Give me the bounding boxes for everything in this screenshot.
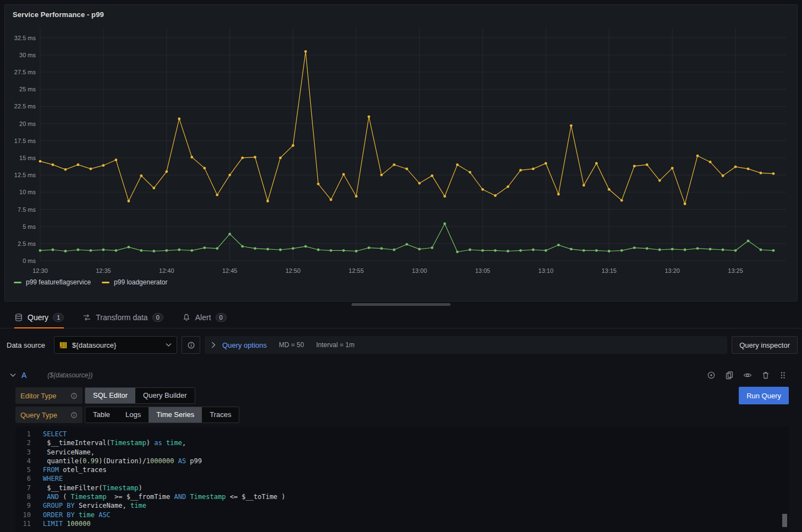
- legend-item[interactable]: p99 loadgenerator: [102, 278, 167, 286]
- editor-type-label-text: Editor Type: [20, 392, 57, 400]
- code-line[interactable]: 10ORDER BY time ASC: [15, 511, 789, 519]
- code-line[interactable]: 5FROM otel_traces: [15, 465, 789, 474]
- code-text: AND ( Timestamp >= $__fromTime AND Times…: [31, 492, 285, 501]
- sql-code-editor[interactable]: 1SELECT2 $__timeInterval(Timestamp) as t…: [15, 426, 789, 532]
- query-inspector-button[interactable]: Query inspector: [732, 336, 798, 354]
- chart-legend: p99 featureflagservicep99 loadgenerator: [5, 277, 797, 286]
- datasource-value: ${datasource}: [72, 341, 116, 349]
- tab-query[interactable]: Query 1: [13, 307, 65, 328]
- toggle-option-sql-editor[interactable]: SQL Editor: [85, 388, 135, 403]
- svg-text:27.5 ms: 27.5 ms: [14, 69, 36, 75]
- query-type-row: Query Type TableLogsTime SeriesTraces: [15, 407, 789, 423]
- tab-alert[interactable]: Alert 0: [181, 307, 228, 328]
- code-text: GROUP BY ServiceName, time: [31, 501, 146, 510]
- disable-query-icon[interactable]: [706, 370, 716, 380]
- duplicate-query-icon[interactable]: [724, 370, 734, 380]
- tab-transform-data[interactable]: Transform data 0: [81, 307, 164, 328]
- bell-icon: [182, 313, 191, 322]
- line-number: 4: [15, 457, 31, 465]
- query-editor: Editor Type SQL EditorQuery Builder Run …: [15, 387, 789, 532]
- code-line[interactable]: 4 quantile(0.99)(Duration)/1000000 AS p9…: [15, 457, 789, 465]
- toggle-option-time-series[interactable]: Time Series: [149, 407, 202, 423]
- query-actions: [706, 370, 792, 380]
- hide-response-icon[interactable]: [743, 370, 752, 380]
- svg-text:12:30: 12:30: [32, 267, 48, 274]
- tab-label: Alert: [195, 313, 211, 322]
- svg-text:13:10: 13:10: [539, 267, 554, 274]
- info-icon[interactable]: [70, 392, 78, 399]
- query-toolbar: Data source ${datasource} Query options …: [4, 336, 798, 354]
- code-text: $__timeFilter(Timestamp): [31, 484, 142, 492]
- panel-title: Service Performance - p99: [5, 5, 797, 20]
- line-number: 10: [15, 511, 31, 519]
- code-line[interactable]: 11LIMIT 100000: [15, 519, 789, 528]
- help-icon: [187, 341, 195, 349]
- code-line[interactable]: 6WHERE: [15, 474, 789, 483]
- clickhouse-datasource-icon: [59, 341, 68, 349]
- code-line[interactable]: 1SELECT: [15, 430, 789, 438]
- code-line[interactable]: 7 $__timeFilter(Timestamp): [15, 484, 789, 492]
- info-icon[interactable]: [70, 412, 78, 419]
- query-options-label[interactable]: Query options: [222, 341, 267, 349]
- svg-text:12.5 ms: 12.5 ms: [14, 172, 36, 178]
- collapse-chevron-icon[interactable]: [10, 373, 16, 377]
- legend-series-swatch: [102, 282, 109, 283]
- svg-text:17.5 ms: 17.5 ms: [14, 138, 36, 144]
- editor-scrollbar[interactable]: [782, 514, 787, 527]
- line-number: 1: [15, 430, 31, 438]
- code-text: LIMIT 100000: [31, 519, 91, 528]
- remove-query-icon[interactable]: [761, 370, 771, 380]
- svg-text:13:15: 13:15: [601, 267, 617, 274]
- svg-text:12:35: 12:35: [96, 267, 111, 274]
- line-number: 7: [15, 484, 31, 492]
- run-query-button[interactable]: Run Query: [739, 387, 789, 404]
- timeseries-panel: Service Performance - p99 0 ms2.5 ms5 ms…: [4, 4, 798, 301]
- line-number: 3: [15, 448, 31, 457]
- legend-series-swatch: [14, 282, 21, 283]
- drag-handle-icon[interactable]: [779, 370, 787, 380]
- query-options-bar[interactable]: Query options MD = 50 Interval = 1m: [205, 336, 727, 354]
- datasource-help-button[interactable]: [182, 336, 200, 354]
- legend-item[interactable]: p99 featureflagservice: [14, 278, 91, 286]
- tab-label: Query: [28, 313, 48, 322]
- svg-text:22.5 ms: 22.5 ms: [14, 103, 36, 109]
- svg-text:12:40: 12:40: [159, 267, 174, 274]
- query-row-header[interactable]: A (${datasource}): [4, 367, 798, 383]
- toggle-option-table[interactable]: Table: [85, 407, 118, 423]
- chevron-down-icon: [166, 343, 172, 347]
- code-text: quantile(0.99)(Duration)/1000000 AS p99: [31, 457, 202, 465]
- toggle-option-query-builder[interactable]: Query Builder: [135, 388, 194, 403]
- toggle-option-traces[interactable]: Traces: [202, 407, 239, 423]
- grafana-panel-editor: Service Performance - p99 0 ms2.5 ms5 ms…: [0, 4, 802, 532]
- code-text: FROM otel_traces: [31, 465, 107, 474]
- datasource-picker[interactable]: ${datasource}: [54, 336, 177, 354]
- line-number: 5: [15, 465, 31, 474]
- max-data-points-text: MD = 50: [279, 341, 304, 349]
- code-line[interactable]: 8 AND ( Timestamp >= $__fromTime AND Tim…: [15, 492, 789, 501]
- code-line[interactable]: 3 ServiceName,: [15, 448, 789, 457]
- editor-type-label: Editor Type: [15, 387, 83, 404]
- svg-text:13:25: 13:25: [728, 267, 743, 274]
- code-line[interactable]: 2 $__timeInterval(Timestamp) as time,: [15, 438, 789, 447]
- svg-text:13:05: 13:05: [475, 267, 491, 274]
- line-number: 2: [15, 438, 31, 447]
- line-number: 11: [15, 519, 31, 528]
- code-line[interactable]: 9GROUP BY ServiceName, time: [15, 501, 789, 510]
- svg-text:13:20: 13:20: [664, 267, 680, 274]
- tab-label: Transform data: [96, 313, 147, 322]
- toggle-option-logs[interactable]: Logs: [118, 407, 149, 423]
- line-number: 8: [15, 492, 31, 501]
- legend-series-label: p99 loadgenerator: [114, 278, 167, 286]
- svg-text:32.5 ms: 32.5 ms: [14, 35, 36, 41]
- code-text: ORDER BY time ASC: [31, 511, 111, 519]
- svg-text:2.5 ms: 2.5 ms: [18, 240, 36, 247]
- tab-count-badge: 0: [152, 313, 163, 322]
- panel-resize-handle[interactable]: [351, 303, 451, 306]
- svg-text:13:00: 13:00: [412, 267, 427, 274]
- query-datasource-hint: (${datasource}): [47, 371, 92, 379]
- timeseries-chart[interactable]: 0 ms2.5 ms5 ms7.5 ms10 ms12.5 ms15 ms17.…: [9, 20, 793, 277]
- data-source-label: Data source: [7, 341, 45, 349]
- line-number: 6: [15, 474, 31, 483]
- query-ref-id: A: [21, 371, 26, 380]
- svg-text:12:50: 12:50: [285, 267, 301, 274]
